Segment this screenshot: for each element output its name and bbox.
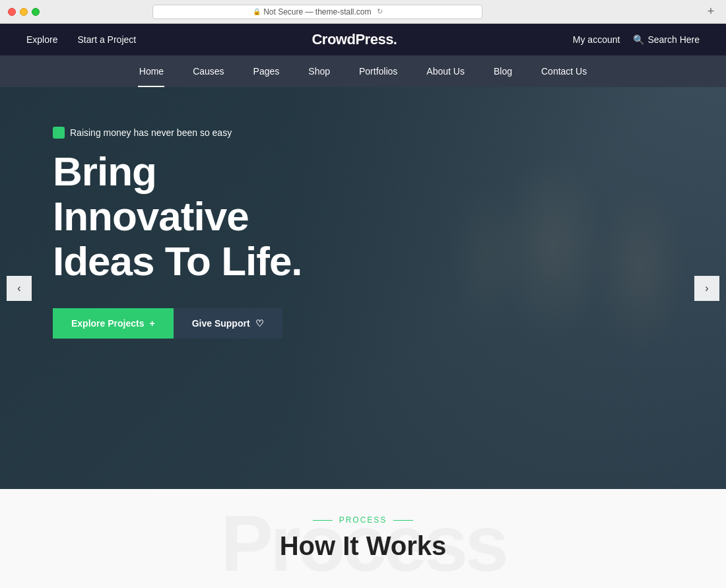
hero-content: Raising money has never been so easy Bri… — [0, 87, 409, 378]
nav-blog[interactable]: Blog — [479, 55, 527, 87]
hero-section: ‹ Raising money has never been so easy B… — [0, 87, 726, 489]
nav-my-account[interactable]: My account — [573, 34, 620, 45]
hero-headline: Bring Innovative Ideas To Life. — [53, 149, 356, 284]
url-text: Not Secure — theme-stall.com — [263, 7, 371, 16]
main-navigation: Home Causes Pages Shop Portfolios About … — [0, 55, 726, 87]
nav-portfolios[interactable]: Portfolios — [345, 55, 412, 87]
refresh-icon[interactable]: ↻ — [377, 7, 383, 16]
nav-explore[interactable]: Explore — [26, 34, 57, 45]
search-icon: 🔍 — [633, 34, 644, 45]
site-logo[interactable]: CrowdPress. — [312, 31, 397, 48]
nav-contact-us[interactable]: Contact Us — [527, 55, 601, 87]
how-it-works-section: Process Process How It Works — [0, 489, 726, 588]
explore-projects-button[interactable]: Explore Projects + — [53, 308, 174, 339]
search-area[interactable]: 🔍 Search Here — [633, 34, 700, 45]
nav-start-project[interactable]: Start a Project — [77, 34, 136, 45]
nav-pages[interactable]: Pages — [239, 55, 294, 87]
new-tab-button[interactable]: + — [704, 5, 718, 19]
hero-tag-indicator — [53, 127, 65, 139]
hero-headline-line2: Ideas To Life. — [53, 238, 302, 284]
how-it-works-title: How It Works — [26, 531, 700, 561]
hero-headline-line1: Bring Innovative — [53, 148, 249, 239]
nav-causes[interactable]: Causes — [178, 55, 238, 87]
top-navigation: Explore Start a Project CrowdPress. My a… — [0, 24, 726, 55]
how-it-works-label: Process — [26, 515, 700, 525]
how-it-works-label-text: Process — [339, 515, 387, 525]
browser-chrome: 🔒 Not Secure — theme-stall.com ↻ + — [0, 0, 726, 24]
lock-icon: 🔒 — [253, 8, 261, 15]
minimize-button[interactable] — [20, 8, 28, 16]
label-line-right — [393, 520, 413, 521]
carousel-prev-button[interactable]: ‹ — [7, 276, 32, 301]
carousel-next-button[interactable]: › — [694, 276, 719, 301]
website: Explore Start a Project CrowdPress. My a… — [0, 24, 726, 588]
give-support-button[interactable]: Give Support ♡ — [174, 308, 282, 339]
label-line-left — [313, 520, 333, 521]
hero-buttons: Explore Projects + Give Support ♡ — [53, 308, 356, 339]
top-nav-left: Explore Start a Project — [26, 34, 136, 45]
search-label: Search Here — [647, 34, 700, 45]
hero-tag: Raising money has never been so easy — [53, 127, 356, 139]
nav-home[interactable]: Home — [125, 55, 178, 87]
plus-icon: + — [150, 318, 155, 329]
traffic-lights — [8, 8, 40, 16]
address-bar[interactable]: 🔒 Not Secure — theme-stall.com ↻ — [152, 5, 482, 19]
nav-shop[interactable]: Shop — [294, 55, 345, 87]
hero-tag-text: Raising money has never been so easy — [70, 127, 232, 138]
maximize-button[interactable] — [32, 8, 40, 16]
top-nav-right: My account 🔍 Search Here — [573, 34, 700, 45]
heart-icon: ♡ — [255, 318, 264, 329]
nav-about-us[interactable]: About Us — [412, 55, 479, 87]
close-button[interactable] — [8, 8, 16, 16]
